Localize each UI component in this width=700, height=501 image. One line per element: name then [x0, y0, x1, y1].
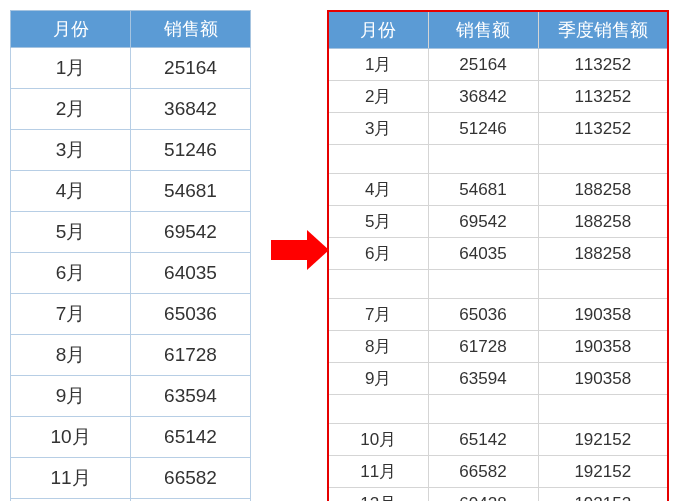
cell-sales: 61728 — [428, 331, 538, 363]
cell-sales: 64035 — [131, 253, 251, 294]
cell-month: 10月 — [11, 417, 131, 458]
cell-sales: 63594 — [428, 363, 538, 395]
cell-sales: 54681 — [131, 171, 251, 212]
cell-sales: 65142 — [428, 424, 538, 456]
arrow-right-icon — [271, 240, 307, 260]
cell-sales: 65036 — [131, 294, 251, 335]
cell-sales: 51246 — [428, 113, 538, 145]
table-row: 2月36842113252 — [328, 81, 668, 113]
cell-quarter-sales: 113252 — [538, 113, 668, 145]
cell-sales — [428, 395, 538, 424]
left-table: 月份 销售额 1月251642月368423月512464月546815月695… — [10, 10, 251, 501]
cell-month: 8月 — [11, 335, 131, 376]
cell-quarter-sales: 113252 — [538, 81, 668, 113]
left-table-wrap: 月份 销售额 1月251642月368423月512464月546815月695… — [10, 10, 251, 501]
cell-month: 3月 — [11, 130, 131, 171]
cell-quarter-sales: 113252 — [538, 49, 668, 81]
cell-month: 7月 — [328, 299, 428, 331]
cell-month: 5月 — [328, 206, 428, 238]
cell-sales — [428, 145, 538, 174]
cell-month: 9月 — [328, 363, 428, 395]
cell-month: 4月 — [11, 171, 131, 212]
table-row: 9月63594 — [11, 376, 251, 417]
cell-sales: 25164 — [131, 48, 251, 89]
cell-month: 2月 — [11, 89, 131, 130]
cell-sales: 54681 — [428, 174, 538, 206]
cell-quarter-sales: 192152 — [538, 488, 668, 502]
cell-sales: 63594 — [131, 376, 251, 417]
table-row: 8月61728190358 — [328, 331, 668, 363]
cell-month: 7月 — [11, 294, 131, 335]
cell-month: 6月 — [328, 238, 428, 270]
table-row: 3月51246 — [11, 130, 251, 171]
table-header-row: 月份 销售额 季度销售额 — [328, 11, 668, 49]
cell-month: 5月 — [11, 212, 131, 253]
table-row: 1月25164 — [11, 48, 251, 89]
cell-quarter-sales: 190358 — [538, 331, 668, 363]
cell-month: 12月 — [328, 488, 428, 502]
table-row-blank — [328, 145, 668, 174]
table-row: 11月66582192152 — [328, 456, 668, 488]
right-table: 月份 销售额 季度销售额 1月251641132522月368421132523… — [327, 10, 669, 501]
table-row: 9月63594190358 — [328, 363, 668, 395]
table-row: 4月54681 — [11, 171, 251, 212]
cell-month — [328, 395, 428, 424]
table-row: 6月64035188258 — [328, 238, 668, 270]
table-row: 5月69542188258 — [328, 206, 668, 238]
table-row: 10月65142 — [11, 417, 251, 458]
cell-sales: 69542 — [131, 212, 251, 253]
cell-quarter-sales — [538, 395, 668, 424]
cell-month: 10月 — [328, 424, 428, 456]
cell-sales: 65142 — [131, 417, 251, 458]
cell-quarter-sales — [538, 145, 668, 174]
cell-sales: 51246 — [131, 130, 251, 171]
cell-month: 4月 — [328, 174, 428, 206]
table-row: 6月64035 — [11, 253, 251, 294]
cell-month: 6月 — [11, 253, 131, 294]
table-row: 3月51246113252 — [328, 113, 668, 145]
cell-month: 3月 — [328, 113, 428, 145]
cell-quarter-sales: 188258 — [538, 174, 668, 206]
cell-month: 1月 — [11, 48, 131, 89]
table-row: 4月54681188258 — [328, 174, 668, 206]
table-row-blank — [328, 270, 668, 299]
cell-quarter-sales: 190358 — [538, 363, 668, 395]
cell-quarter-sales: 192152 — [538, 456, 668, 488]
table-row: 8月61728 — [11, 335, 251, 376]
cell-month: 11月 — [328, 456, 428, 488]
cell-month: 9月 — [11, 376, 131, 417]
table-row-blank — [328, 395, 668, 424]
table-row: 10月65142192152 — [328, 424, 668, 456]
cell-sales: 66582 — [131, 458, 251, 499]
cell-quarter-sales: 188258 — [538, 206, 668, 238]
header-sales: 销售额 — [131, 11, 251, 48]
cell-sales: 36842 — [131, 89, 251, 130]
header-month: 月份 — [11, 11, 131, 48]
cell-quarter-sales — [538, 270, 668, 299]
cell-month — [328, 145, 428, 174]
cell-month: 2月 — [328, 81, 428, 113]
header-month: 月份 — [328, 11, 428, 49]
cell-sales: 65036 — [428, 299, 538, 331]
table-row: 7月65036 — [11, 294, 251, 335]
cell-month: 1月 — [328, 49, 428, 81]
cell-sales — [428, 270, 538, 299]
cell-month — [328, 270, 428, 299]
table-row: 1月25164113252 — [328, 49, 668, 81]
right-table-wrap: 月份 销售额 季度销售额 1月251641132522月368421132523… — [327, 10, 669, 501]
header-quarter-sales: 季度销售额 — [538, 11, 668, 49]
arrow-wrap — [259, 10, 319, 490]
cell-sales: 36842 — [428, 81, 538, 113]
table-row: 7月65036190358 — [328, 299, 668, 331]
table-row: 12月60428192152 — [328, 488, 668, 502]
table-header-row: 月份 销售额 — [11, 11, 251, 48]
header-sales: 销售额 — [428, 11, 538, 49]
cell-month: 8月 — [328, 331, 428, 363]
cell-sales: 64035 — [428, 238, 538, 270]
cell-sales: 61728 — [131, 335, 251, 376]
cell-quarter-sales: 190358 — [538, 299, 668, 331]
cell-sales: 66582 — [428, 456, 538, 488]
cell-sales: 60428 — [428, 488, 538, 502]
table-row: 2月36842 — [11, 89, 251, 130]
cell-quarter-sales: 192152 — [538, 424, 668, 456]
